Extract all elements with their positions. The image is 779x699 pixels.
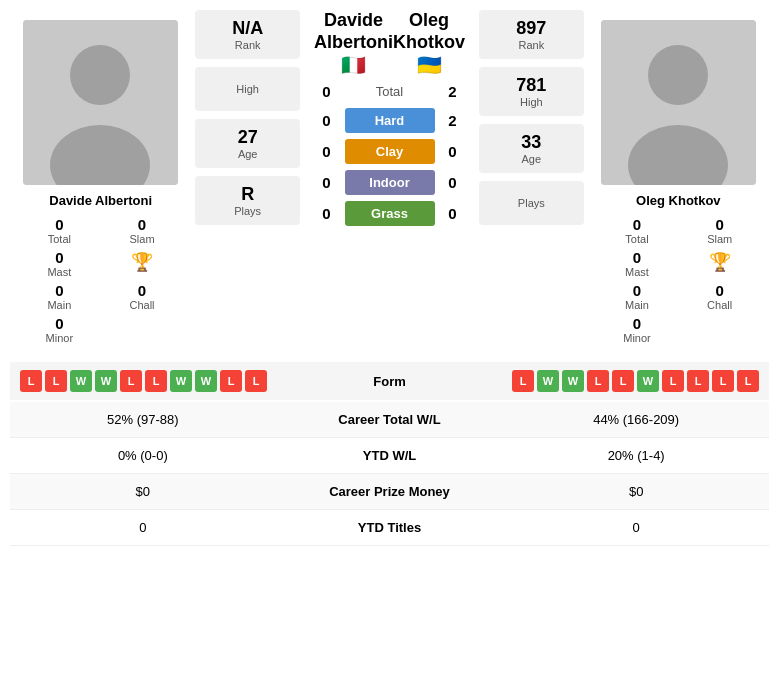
trophy-center2: 🏆 xyxy=(680,249,759,278)
player1-stats: 0 Total 0 Slam 0 Mast 🏆 0 Main xyxy=(20,216,181,344)
player2-mast: 0 Mast xyxy=(598,249,677,278)
form-badge: W xyxy=(637,370,659,392)
player2-stats: 0 Total 0 Slam 0 Mast 🏆 0 Main xyxy=(598,216,759,344)
stat-p1-value: 0% (0-0) xyxy=(10,438,276,474)
form-badge: L xyxy=(687,370,709,392)
stats-row: 52% (97-88) Career Total W/L 44% (166-20… xyxy=(10,402,769,438)
form-badge: L xyxy=(612,370,634,392)
stat-p1-value: 0 xyxy=(10,510,276,546)
stat-p2-value: 20% (1-4) xyxy=(503,438,769,474)
stat-label: YTD Titles xyxy=(276,510,504,546)
player2-main: 0 Main xyxy=(598,282,677,311)
form-badge: L xyxy=(712,370,734,392)
player1-rank-panel: N/A Rank xyxy=(195,10,300,59)
player2-rank-panel: 897 Rank xyxy=(479,10,584,59)
form-badge: L xyxy=(245,370,267,392)
player2-minor: 0 Minor xyxy=(598,315,677,344)
player2-high-panel: 781 High xyxy=(479,67,584,116)
form-badge: L xyxy=(587,370,609,392)
player1-info-col: N/A Rank High 27 Age R Plays xyxy=(191,10,304,229)
form-badge: W xyxy=(170,370,192,392)
clay-row: 0 Clay 0 xyxy=(317,139,463,164)
stat-label: Career Total W/L xyxy=(276,402,504,438)
player1-chall: 0 Chall xyxy=(103,282,182,311)
form-label: Form xyxy=(330,374,450,389)
stat-p2-value: 0 xyxy=(503,510,769,546)
form-badge: L xyxy=(45,370,67,392)
stats-row: 0 YTD Titles 0 xyxy=(10,510,769,546)
player2-info-col: 897 Rank 781 High 33 Age Plays xyxy=(475,10,588,229)
form-badge: L xyxy=(662,370,684,392)
player2-chall: 0 Chall xyxy=(680,282,759,311)
form-badge: L xyxy=(145,370,167,392)
form-badge: L xyxy=(120,370,142,392)
stats-row: $0 Career Prize Money $0 xyxy=(10,474,769,510)
form-badge: L xyxy=(737,370,759,392)
player1-high-panel: High xyxy=(195,67,300,111)
player2-total: 0 Total xyxy=(598,216,677,245)
player2-card: Oleg Khotkov 0 Total 0 Slam 0 Mast 🏆 xyxy=(588,10,769,354)
player1-age-panel: 27 Age xyxy=(195,119,300,168)
total-row: 0 Total 2 xyxy=(317,83,463,100)
trophy-icon2: 🏆 xyxy=(709,251,731,273)
stat-label: YTD W/L xyxy=(276,438,504,474)
main-container: Davide Albertoni 0 Total 0 Slam 0 Mast 🏆 xyxy=(0,0,779,556)
form-badge: W xyxy=(70,370,92,392)
player1-card: Davide Albertoni 0 Total 0 Slam 0 Mast 🏆 xyxy=(10,10,191,354)
player2-form-badges: LWWLLWLLLL xyxy=(450,370,760,392)
form-badge: W xyxy=(537,370,559,392)
form-section: LLWWLLWWLL Form LWWLLWLLLL xyxy=(10,362,769,400)
player1-plays-panel: R Plays xyxy=(195,176,300,225)
player1-form-badges: LLWWLLWWLL xyxy=(20,370,330,392)
form-badge: L xyxy=(20,370,42,392)
form-badge: L xyxy=(220,370,242,392)
stat-p1-value: 52% (97-88) xyxy=(10,402,276,438)
player1-total: 0 Total xyxy=(20,216,99,245)
player1-slam: 0 Slam xyxy=(103,216,182,245)
grass-label: Grass xyxy=(345,201,435,226)
svg-point-1 xyxy=(70,45,130,105)
svg-point-4 xyxy=(648,45,708,105)
player2-age-panel: 33 Age xyxy=(479,124,584,173)
form-badge: L xyxy=(512,370,534,392)
trophy-icon: 🏆 xyxy=(131,251,153,273)
player1-name-header: Davide Albertoni 🇮🇹 xyxy=(314,10,393,77)
form-badge: W xyxy=(95,370,117,392)
player2-name: Oleg Khotkov xyxy=(636,193,721,208)
player2-plays-panel: Plays xyxy=(479,181,584,225)
indoor-label: Indoor xyxy=(345,170,435,195)
stat-label: Career Prize Money xyxy=(276,474,504,510)
hard-row: 0 Hard 2 xyxy=(317,108,463,133)
clay-label: Clay xyxy=(345,139,435,164)
stat-p2-value: $0 xyxy=(503,474,769,510)
stat-p1-value: $0 xyxy=(10,474,276,510)
grass-row: 0 Grass 0 xyxy=(317,201,463,226)
player1-mast: 0 Mast xyxy=(20,249,99,278)
player1-name: Davide Albertoni xyxy=(49,193,152,208)
player1-main: 0 Main xyxy=(20,282,99,311)
trophy-center: 🏆 xyxy=(103,249,182,278)
indoor-row: 0 Indoor 0 xyxy=(317,170,463,195)
hard-label: Hard xyxy=(345,108,435,133)
total-label: Total xyxy=(345,84,435,99)
form-badge: W xyxy=(195,370,217,392)
player1-minor: 0 Minor xyxy=(20,315,99,344)
form-badge: W xyxy=(562,370,584,392)
center-area: Davide Albertoni 🇮🇹 Oleg Khotkov 🇺🇦 0 To… xyxy=(304,10,475,232)
stats-row: 0% (0-0) YTD W/L 20% (1-4) xyxy=(10,438,769,474)
player1-avatar xyxy=(23,20,178,185)
player2-name-header: Oleg Khotkov 🇺🇦 xyxy=(393,10,465,77)
stats-table: 52% (97-88) Career Total W/L 44% (166-20… xyxy=(10,402,769,546)
player2-slam: 0 Slam xyxy=(680,216,759,245)
stat-p2-value: 44% (166-209) xyxy=(503,402,769,438)
player2-avatar xyxy=(601,20,756,185)
